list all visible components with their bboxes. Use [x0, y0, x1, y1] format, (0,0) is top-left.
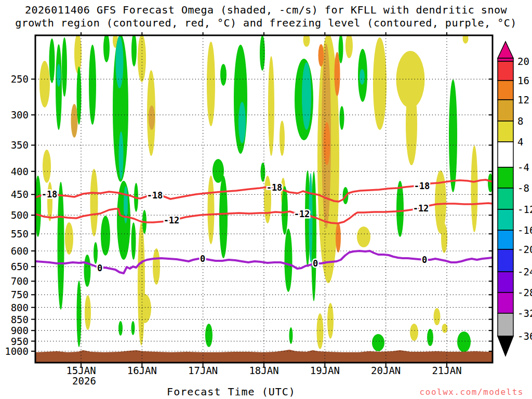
x-axis-label: 18JAN	[249, 365, 278, 376]
colorbar-box	[498, 121, 513, 142]
colorbar-box	[498, 272, 513, 292]
dendritic-contour-label: -12	[413, 203, 429, 214]
x-axis-year-label: 2026	[72, 375, 96, 387]
y-axis-label: 800	[11, 302, 29, 313]
colorbar-label: 12	[517, 94, 529, 105]
y-axis-label: 500	[11, 209, 29, 221]
omega-blob-g	[89, 45, 96, 125]
y-axis-label: 350	[11, 139, 29, 151]
omega-blob-y	[357, 227, 370, 247]
omega-blob-y	[280, 121, 285, 156]
chart-title-line1: 2026011406 GFS Forecast Omega (shaded, -…	[0, 4, 532, 16]
freezing-level-label: 0	[200, 254, 205, 264]
colorbar-box	[498, 167, 513, 188]
omega-blob-y	[74, 33, 82, 74]
omega-blob-g	[205, 324, 212, 347]
omega-blob-g	[449, 79, 457, 192]
omega-blob-g	[120, 222, 126, 259]
omega-blob-g	[340, 106, 344, 130]
omega-blob-t	[238, 102, 246, 143]
x-axis-title: Forecast Time (UTC)	[0, 385, 462, 398]
dendritic-contour-label: -18	[42, 189, 58, 200]
omega-blob-g	[56, 44, 62, 130]
terrain-layer	[35, 350, 493, 363]
colorbar-box	[498, 188, 513, 209]
colorbar-label: -28	[517, 287, 532, 298]
omega-blob-g	[457, 331, 471, 352]
omega-blob-y	[47, 182, 52, 221]
dendritic-contour-label: -12	[294, 209, 310, 219]
y-axis-label: 650	[11, 261, 29, 272]
omega-blob-g	[103, 33, 110, 62]
colorbar-box	[498, 209, 513, 230]
colorbar-box	[498, 81, 513, 100]
colorbar-bottom-arrow	[498, 336, 513, 356]
colorbar-box	[498, 100, 513, 121]
colorbar-label: -16	[517, 224, 532, 236]
y-axis-label: 750	[11, 289, 29, 300]
omega-blob-t	[57, 64, 61, 87]
omega-blob-y	[471, 145, 478, 232]
dendritic-contour-label: -12	[164, 215, 180, 225]
omega-blob-g	[77, 281, 82, 347]
colorbar-box	[498, 142, 513, 167]
omega-blob-y	[138, 222, 145, 345]
omega-blob-g	[220, 64, 227, 86]
omega-blob-o	[318, 44, 324, 66]
colorbar-label: -4	[517, 162, 529, 173]
omega-blob-t	[302, 62, 311, 130]
omega-blob-o	[336, 222, 341, 252]
omega-blob-g	[101, 216, 110, 256]
y-axis-label: 300	[11, 109, 29, 121]
omega-blob-g	[118, 321, 123, 336]
omega-blob-g	[84, 255, 91, 287]
omega-blob-g	[94, 242, 98, 264]
omega-blob-d	[149, 105, 155, 130]
colorbar-label: -8	[517, 182, 529, 194]
omega-blob-y	[317, 313, 324, 349]
omega-blob-g	[261, 163, 265, 182]
omega-blob-t	[119, 131, 124, 179]
x-axis-label: 17JAN	[188, 365, 218, 376]
freezing-level-label: 0	[422, 255, 427, 265]
y-axis-label: 700	[11, 275, 29, 287]
dendritic-contour-label: -18	[147, 190, 163, 201]
colorbar-label: 8	[517, 115, 523, 127]
x-axis-label: 15JAN	[66, 365, 96, 376]
omega-blob-y	[43, 150, 51, 183]
colorbar-label: -24	[517, 266, 532, 277]
colorbar-box	[498, 313, 513, 336]
colorbar-label: 16	[517, 75, 529, 86]
colorbar-box	[498, 61, 513, 81]
omega-blob-o	[324, 122, 330, 165]
x-axis-label: 16JAN	[127, 365, 157, 376]
x-axis-label: 19JAN	[310, 365, 340, 376]
colorbar-box	[498, 292, 513, 313]
omega-blob-y	[345, 33, 353, 58]
omega-blob-y	[90, 169, 98, 236]
omega-blob-y	[373, 37, 387, 130]
omega-blob-g	[62, 37, 67, 97]
omega-blob-g	[372, 334, 384, 351]
omega-blob-g	[427, 329, 433, 346]
weather-chart-page: 2026011406 GFS Forecast Omega (shaded, -…	[0, 0, 532, 399]
omega-blob-d	[71, 104, 78, 138]
watermark-link[interactable]: coolwx.com/modelts	[420, 387, 524, 397]
omega-blob-y	[327, 303, 334, 339]
omega-time-height-chart: -18-18-18-18-12-12-120000250300350400450…	[0, 0, 532, 399]
colorbar-label: -12	[517, 204, 532, 215]
omega-blob-g	[396, 181, 404, 237]
colorbar-box	[498, 249, 513, 272]
x-axis-label: 20JAN	[371, 365, 401, 376]
chart-title-line2: growth region (contoured, red, °C) and f…	[0, 17, 532, 29]
colorbar-label: -36	[517, 330, 532, 342]
omega-blob-y	[434, 308, 441, 325]
y-axis-label: 400	[11, 166, 29, 177]
y-axis-label: 550	[11, 228, 29, 240]
omega-blob-y	[406, 83, 417, 165]
omega-blob-t	[116, 36, 124, 88]
omega-blob-g	[219, 176, 228, 258]
omega-blob-g	[77, 66, 82, 125]
omega-blob-y	[268, 56, 274, 156]
colorbar-box	[498, 230, 513, 249]
